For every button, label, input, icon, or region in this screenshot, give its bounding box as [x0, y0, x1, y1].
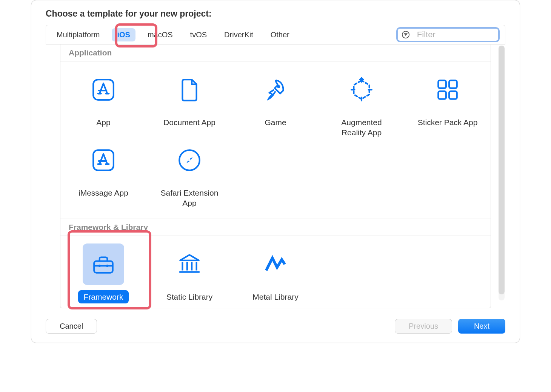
template-label: Augmented Reality App: [324, 116, 399, 139]
tab-ios[interactable]: iOS: [112, 28, 135, 41]
filter-field[interactable]: [396, 27, 500, 42]
template-framework[interactable]: Framework: [60, 243, 146, 303]
ar-icon: [349, 77, 374, 102]
previous-button: Previous: [395, 319, 452, 334]
library-icon: [177, 252, 202, 277]
template-label: Safari Extension App: [152, 186, 227, 210]
template-sticker-pack[interactable]: Sticker Pack App: [405, 69, 491, 139]
template-label: App: [91, 116, 115, 129]
next-button[interactable]: Next: [458, 319, 505, 334]
template-label: iMessage App: [73, 186, 134, 199]
template-app[interactable]: App: [60, 69, 146, 139]
metal-icon: [263, 252, 288, 277]
document-icon: [177, 77, 202, 102]
tab-macos[interactable]: macOS: [142, 28, 178, 41]
filter-input[interactable]: [416, 29, 494, 40]
app-icon: [91, 77, 116, 102]
tab-driverkit[interactable]: DriverKit: [219, 28, 259, 41]
app-icon: [91, 148, 116, 173]
platform-tabbar: Multiplatform iOS macOS tvOS DriverKit O…: [46, 25, 505, 44]
compass-icon: [177, 148, 202, 173]
grid4-icon: [435, 77, 460, 102]
template-scroll-area[interactable]: Application App Document App Game Augmen…: [60, 44, 491, 308]
tab-multiplatform[interactable]: Multiplatform: [51, 28, 105, 41]
template-label: Sticker Pack App: [412, 116, 483, 129]
tab-other[interactable]: Other: [265, 28, 295, 41]
template-static-library[interactable]: Static Library: [146, 243, 232, 303]
template-imessage-app[interactable]: iMessage App: [60, 139, 146, 210]
sheet-title: Choose a template for your new project:: [31, 0, 520, 19]
section-header-application: Application: [60, 44, 491, 61]
template-game[interactable]: Game: [232, 69, 319, 139]
template-label: Framework: [78, 290, 128, 303]
template-safari-extension[interactable]: Safari Extension App: [146, 139, 232, 210]
cancel-button[interactable]: Cancel: [46, 319, 97, 334]
toolbox-icon: [91, 252, 116, 277]
scrollbar-thumb[interactable]: [499, 46, 505, 294]
template-ar-app[interactable]: Augmented Reality App: [319, 69, 405, 139]
template-label: Metal Library: [247, 290, 303, 303]
template-label: Document App: [158, 116, 221, 129]
filter-icon: [402, 31, 410, 39]
new-project-sheet: Choose a template for your new project: …: [31, 0, 520, 343]
template-document-app[interactable]: Document App: [146, 69, 232, 139]
text-cursor: [413, 30, 413, 39]
tab-tvos[interactable]: tvOS: [185, 28, 212, 41]
template-label: Static Library: [161, 290, 218, 303]
section-header-framework: Framework & Library: [60, 219, 491, 236]
template-metal-library[interactable]: Metal Library: [232, 243, 319, 303]
scrollbar[interactable]: [499, 46, 505, 300]
button-row: Cancel Previous Next: [46, 319, 505, 334]
template-label: Game: [259, 116, 291, 129]
rocket-icon: [263, 77, 288, 102]
